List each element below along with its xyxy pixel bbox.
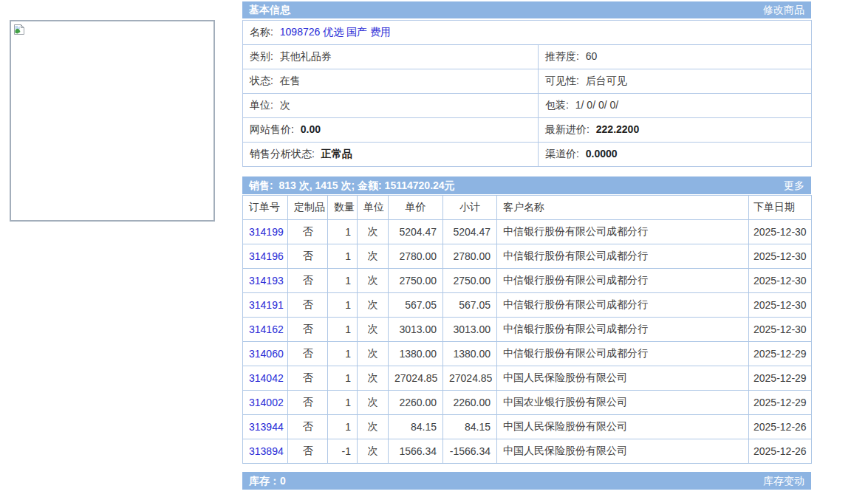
cell-unit: 次 [358,244,389,269]
header-subtotal: 小计 [443,196,497,220]
channel-price-value: 0.0000 [586,148,618,160]
cell-order-number: 313894 [243,439,288,464]
cell-custom: 否 [288,318,328,342]
cell-unit: 次 [358,269,389,293]
cell-subtotal: 2780.00 [443,244,497,269]
cell-subtotal: 3013.00 [443,318,497,342]
cell-order-date: 2025-12-29 [749,366,812,391]
cell-subtotal: 2750.00 [443,269,497,293]
cell-unit-price: 2750.00 [389,269,443,293]
cell-order-date: 2025-12-30 [749,220,812,244]
cell-latest-cost: 最新进价: 222.2200 [539,118,812,143]
order-number-link[interactable]: 313894 [249,445,284,457]
order-number-link[interactable]: 313944 [249,421,284,433]
order-number-link[interactable]: 314199 [249,226,284,238]
cell-customer: 中信银行股份有限公司成都分行 [497,342,749,366]
status-label: 状态: [250,75,273,86]
stock-change-link[interactable]: 库存变动 [763,472,804,490]
sales-summary-text: 813 次, 1415 次; 金额: 15114720.24元 [278,179,454,191]
cell-quantity: 1 [328,342,358,366]
orders-header-row: 订单号 定制品 数量 单位 单价 小计 客户名称 下单日期 [243,196,812,220]
cell-unit: 次 [358,415,389,439]
order-number-link[interactable]: 314191 [249,299,284,311]
cell-unit-price: 1566.34 [389,439,443,464]
row-analysis: 销售分析状态: 正常品 渠道价: 0.0000 [243,143,812,167]
edit-product-link[interactable]: 修改商品 [763,1,804,18]
channel-price-label: 渠道价: [545,148,579,160]
product-name-link[interactable]: 1098726 优选 国产 费用 [280,26,391,38]
sales-orders-table: 订单号 定制品 数量 单位 单价 小计 客户名称 下单日期 314199 否 1… [242,195,812,464]
cell-unit-price: 2780.00 [389,244,443,269]
cell-unit-price: 5204.47 [389,220,443,244]
order-number-link[interactable]: 314196 [249,250,284,262]
order-number-link[interactable]: 314193 [249,275,284,287]
order-number-link[interactable]: 314162 [249,323,284,335]
visibility-value: 后台可见 [586,75,627,86]
cell-unit: 次 [358,439,389,464]
cell-unit: 次 [358,318,389,342]
cell-unit: 次 [358,342,389,366]
cell-order-number: 314162 [243,318,288,342]
cell-order-number: 314199 [243,220,288,244]
unit-value: 次 [280,99,290,111]
cell-order-number: 314193 [243,269,288,293]
order-number-link[interactable]: 314002 [249,397,284,408]
cell-customer: 中国人民保险股份有限公司 [497,415,749,439]
cell-quantity: 1 [328,293,358,318]
category-label: 类别: [250,50,273,62]
order-row: 314196 否 1 次 2780.00 2780.00 中信银行股份有限公司成… [243,244,812,269]
sales-summary: 销售: 813 次, 1415 次; 金额: 15114720.24元 [249,176,455,194]
cell-subtotal: 84.15 [443,415,497,439]
cell-order-date: 2025-12-30 [749,244,812,269]
row-price: 网站售价: 0.00 最新进价: 222.2200 [243,118,812,143]
status-value: 在售 [280,75,301,86]
basic-info-bar: 基本信息 修改商品 [242,1,811,18]
cell-quantity: 1 [328,415,358,439]
cell-order-number: 314002 [243,391,288,415]
cell-quantity: 1 [328,366,358,391]
latest-cost-value: 222.2200 [596,123,639,135]
header-unit: 单位 [358,196,389,220]
package-label: 包装: [545,99,569,111]
more-link[interactable]: 更多 [784,176,804,194]
broken-image-icon [13,24,25,35]
product-detail-panel: 基本信息 修改商品 名称: 1098726 优选 国产 费用 类别: 其他礼品券… [242,1,811,490]
stock-label: 库存： [249,475,280,487]
order-row: 314002 否 1 次 2260.00 2260.00 中国农业银行股份有限公… [243,391,812,415]
sales-analysis-label: 销售分析状态: [250,148,315,160]
cell-subtotal: 27024.85 [443,366,497,391]
row-name: 名称: 1098726 优选 国产 费用 [243,21,812,45]
cell-customer: 中信银行股份有限公司成都分行 [497,220,749,244]
row-category: 类别: 其他礼品券 推荐度: 60 [243,45,812,69]
stock-bar: 库存：0 库存变动 [242,472,811,490]
basic-info-title: 基本信息 [249,1,290,18]
cell-category: 类别: 其他礼品券 [243,45,539,69]
order-number-link[interactable]: 314060 [249,348,284,360]
cell-quantity: -1 [328,439,358,464]
sales-analysis-value: 正常品 [321,148,352,160]
cell-order-date: 2025-12-29 [749,391,812,415]
cell-unit-price: 3013.00 [389,318,443,342]
order-row: 314191 否 1 次 567.05 567.05 中信银行股份有限公司成都分… [243,293,812,318]
cell-quantity: 1 [328,318,358,342]
cell-order-date: 2025-12-30 [749,318,812,342]
cell-site-price: 网站售价: 0.00 [243,118,539,143]
cell-unit-price: 1380.00 [389,342,443,366]
cell-customer: 中信银行股份有限公司成都分行 [497,318,749,342]
cell-order-number: 314060 [243,342,288,366]
header-customer: 客户名称 [497,196,749,220]
site-price-label: 网站售价: [250,123,294,135]
cell-custom: 否 [288,391,328,415]
order-number-link[interactable]: 314042 [249,372,284,384]
order-row: 314193 否 1 次 2750.00 2750.00 中信银行股份有限公司成… [243,269,812,293]
sales-title: 销售: [249,179,273,191]
cell-channel-price: 渠道价: 0.0000 [539,143,812,167]
cell-visibility: 可见性: 后台可见 [539,69,812,94]
cell-customer: 中国农业银行股份有限公司 [497,391,749,415]
cell-order-number: 314191 [243,293,288,318]
cell-subtotal: 567.05 [443,293,497,318]
order-row: 314199 否 1 次 5204.47 5204.47 中信银行股份有限公司成… [243,220,812,244]
cell-order-date: 2025-12-26 [749,415,812,439]
cell-unit-price: 27024.85 [389,366,443,391]
cell-custom: 否 [288,415,328,439]
